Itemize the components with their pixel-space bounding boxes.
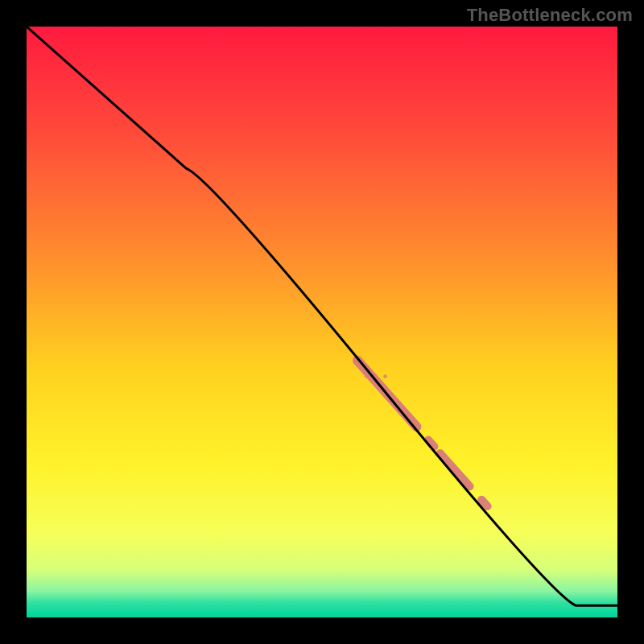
chart-stage: TheBottleneck.com — [0, 0, 644, 644]
watermark-text: TheBottleneck.com — [467, 5, 633, 26]
highlight-drip — [383, 374, 387, 378]
gradient-background — [27, 27, 617, 617]
highlight-drip — [365, 374, 369, 378]
highlight-capsule — [481, 500, 487, 506]
chart-canvas — [0, 0, 644, 644]
